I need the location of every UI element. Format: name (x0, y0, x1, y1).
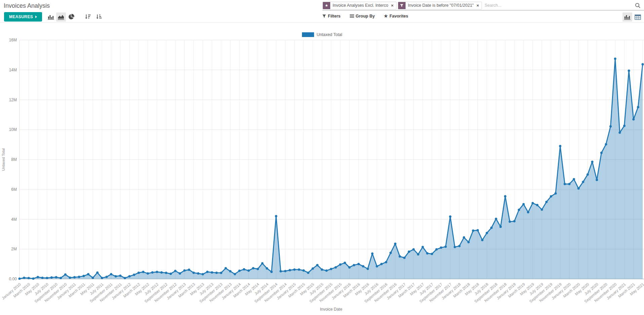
chart-point[interactable] (568, 183, 571, 185)
chart-point[interactable] (92, 277, 94, 279)
chart-point[interactable] (449, 215, 451, 218)
chart-point[interactable] (399, 255, 401, 258)
chart-point[interactable] (55, 276, 58, 278)
measures-button[interactable]: MEASURES (4, 12, 42, 22)
group-by-button[interactable]: Group By (350, 14, 375, 19)
chart-point[interactable] (101, 277, 103, 279)
chart-point[interactable] (238, 270, 241, 272)
chart-point[interactable] (316, 264, 318, 266)
chart-point[interactable] (41, 277, 44, 279)
chart-point[interactable] (183, 269, 186, 272)
chart-point[interactable] (73, 276, 76, 278)
chart-point[interactable] (284, 270, 287, 272)
chart-point[interactable] (445, 246, 447, 248)
chart-point[interactable] (477, 229, 479, 232)
chart-point[interactable] (192, 272, 195, 274)
chart-point[interactable] (550, 195, 552, 198)
chart-point[interactable] (628, 70, 630, 72)
chart-point[interactable] (151, 271, 154, 274)
chart-point[interactable] (362, 265, 364, 268)
chart-point[interactable] (257, 268, 259, 270)
chart-point[interactable] (380, 263, 383, 265)
search-facet-favorite[interactable]: ★ Invoice Analyses Excl. Interco ✕ (323, 2, 396, 9)
chart-point[interactable] (133, 274, 135, 276)
chart-point[interactable] (160, 271, 163, 274)
search-input[interactable] (483, 3, 635, 8)
chart-point[interactable] (499, 225, 502, 228)
chart-point[interactable] (248, 270, 250, 272)
chart-point[interactable] (495, 218, 497, 220)
chart-point[interactable] (60, 277, 62, 279)
chart-point[interactable] (481, 239, 484, 241)
chart-point[interactable] (138, 272, 140, 274)
chart-point[interactable] (50, 276, 53, 279)
chart-point[interactable] (596, 179, 598, 181)
pivot-view-button[interactable] (633, 12, 643, 22)
chart-point[interactable] (454, 246, 456, 248)
chart-point[interactable] (417, 253, 419, 255)
chart-point[interactable] (229, 270, 231, 272)
sort-ascending-button[interactable] (94, 12, 104, 22)
chart-point[interactable] (600, 152, 603, 154)
chart-point[interactable] (422, 246, 424, 248)
chart-point[interactable] (82, 275, 85, 277)
pie-chart-button[interactable] (66, 12, 76, 22)
chart-point[interactable] (353, 264, 355, 266)
chart-point[interactable] (376, 265, 378, 268)
chart-point[interactable] (486, 232, 488, 234)
chart-point[interactable] (64, 273, 67, 276)
chart-point[interactable] (532, 202, 534, 204)
chart-point[interactable] (119, 275, 121, 277)
chart-point[interactable] (211, 271, 213, 274)
chart-point[interactable] (472, 230, 474, 232)
chart-point[interactable] (220, 272, 222, 274)
chart-point[interactable] (559, 145, 561, 147)
chart-point[interactable] (312, 267, 314, 270)
chart-legend[interactable]: Untaxed Total (302, 32, 342, 37)
chart-point[interactable] (289, 269, 291, 271)
chart-point[interactable] (96, 271, 99, 274)
chart-point[interactable] (408, 250, 410, 253)
chart-point[interactable] (279, 270, 282, 272)
chart-point[interactable] (513, 220, 516, 222)
chart-point[interactable] (504, 195, 506, 198)
chart-point[interactable] (270, 271, 273, 273)
chart-point[interactable] (357, 263, 360, 265)
chart-point[interactable] (518, 209, 520, 211)
chart-point[interactable] (128, 275, 131, 278)
chart-point[interactable] (321, 269, 323, 271)
chart-point[interactable] (225, 267, 227, 270)
chart-point[interactable] (545, 201, 547, 203)
chart-point[interactable] (261, 262, 264, 265)
chart-point[interactable] (330, 268, 332, 270)
chart-point[interactable] (28, 277, 30, 279)
chart-point[interactable] (582, 181, 584, 183)
chart-point[interactable] (234, 273, 236, 275)
chart-point[interactable] (637, 106, 639, 108)
chart-point[interactable] (165, 272, 167, 274)
chart-point[interactable] (632, 118, 635, 120)
sort-descending-button[interactable] (83, 12, 92, 22)
chart-point[interactable] (188, 269, 190, 271)
chart-point[interactable] (618, 132, 621, 134)
chart-point[interactable] (614, 58, 616, 60)
chart-point[interactable] (344, 262, 346, 264)
chart-point[interactable] (403, 257, 406, 259)
chart-point[interactable] (156, 271, 158, 273)
chart-point[interactable] (527, 211, 529, 213)
chart-point[interactable] (325, 270, 328, 272)
chart-point[interactable] (463, 236, 465, 239)
chart-point[interactable] (115, 275, 117, 278)
chart-point[interactable] (69, 277, 71, 279)
chart-point[interactable] (252, 267, 254, 270)
chart-point[interactable] (335, 266, 337, 269)
chart-point[interactable] (197, 272, 199, 275)
chart-point[interactable] (394, 243, 396, 245)
chart-point[interactable] (412, 248, 415, 251)
chart-point[interactable] (367, 268, 369, 270)
filters-button[interactable]: Filters (322, 14, 341, 19)
chart-point[interactable] (623, 125, 626, 127)
chart-point[interactable] (536, 204, 538, 206)
chart-point[interactable] (215, 272, 218, 274)
chart-point[interactable] (348, 266, 351, 269)
